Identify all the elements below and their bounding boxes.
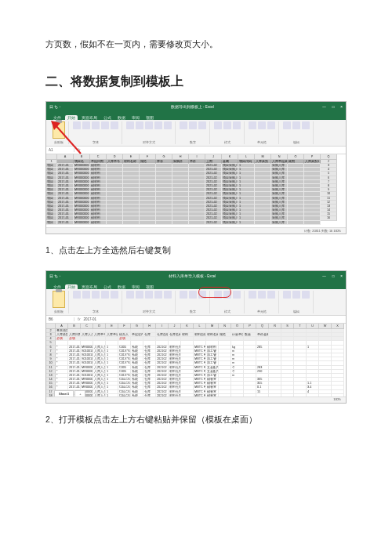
- ribbon-button-icon[interactable]: [302, 121, 310, 129]
- ribbon-button-icon[interactable]: [92, 121, 100, 129]
- column-header[interactable]: F: [118, 324, 131, 329]
- cell[interactable]: [172, 221, 189, 225]
- column-header[interactable]: B: [68, 324, 81, 329]
- ribbon-button-icon[interactable]: [198, 121, 206, 129]
- name-box[interactable]: B6: [46, 317, 74, 321]
- column-header[interactable]: F: [140, 154, 156, 160]
- ribbon-button-icon[interactable]: [164, 291, 172, 299]
- column-header[interactable]: D: [107, 154, 123, 160]
- column-header[interactable]: C: [90, 154, 107, 160]
- row-header[interactable]: 16: [321, 216, 337, 220]
- ribbon-button-icon[interactable]: [267, 121, 275, 129]
- ribbon-button-icon[interactable]: [283, 121, 291, 129]
- ribbon-button-icon[interactable]: [154, 121, 162, 129]
- ribbon-button-icon[interactable]: [214, 121, 222, 129]
- ribbon-button-icon[interactable]: [233, 291, 241, 299]
- ribbon-button-icon[interactable]: [189, 291, 197, 299]
- menu-tab[interactable]: 审阅: [129, 284, 142, 289]
- menu-tab[interactable]: 数据: [115, 115, 128, 120]
- name-box[interactable]: A1: [46, 148, 74, 152]
- paste-icon[interactable]: [53, 121, 65, 139]
- column-header[interactable]: H: [172, 154, 189, 160]
- ribbon-button-icon[interactable]: [92, 291, 100, 299]
- column-header[interactable]: T: [294, 324, 307, 329]
- ribbon-button-icon[interactable]: [267, 291, 275, 299]
- menu-tab[interactable]: 页面布局: [79, 115, 100, 120]
- column-header[interactable]: U: [307, 324, 319, 329]
- column-header[interactable]: E: [106, 324, 118, 329]
- ribbon-button-icon[interactable]: [111, 121, 118, 129]
- ribbon-button-icon[interactable]: [283, 291, 291, 299]
- menu-tab[interactable]: 文件: [51, 115, 64, 120]
- column-header[interactable]: J: [205, 154, 222, 160]
- fx-icon[interactable]: fx: [74, 148, 84, 152]
- column-header[interactable]: [46, 324, 56, 329]
- paste-icon[interactable]: [53, 291, 65, 308]
- ribbon-button-icon[interactable]: [136, 121, 143, 129]
- column-header[interactable]: A: [56, 324, 68, 329]
- ribbon-button-icon[interactable]: [136, 291, 143, 299]
- ribbon-button-icon[interactable]: [249, 291, 256, 299]
- menu-tab[interactable]: 视图: [143, 115, 156, 120]
- ribbon-button-icon[interactable]: [145, 121, 153, 129]
- cell[interactable]: 采购入库: [271, 221, 288, 225]
- sheet-tab[interactable]: Sheet1: [54, 390, 74, 396]
- ribbon-button-icon[interactable]: [223, 121, 231, 129]
- ribbon-button-icon[interactable]: [82, 121, 90, 129]
- cell[interactable]: [123, 221, 140, 225]
- ribbon-button-icon[interactable]: [145, 291, 153, 299]
- cell[interactable]: 辅材料: [90, 221, 107, 225]
- menu-tab[interactable]: 数据: [115, 284, 128, 289]
- column-header[interactable]: W: [319, 324, 332, 329]
- ribbon-button-icon[interactable]: [292, 121, 300, 129]
- cell[interactable]: 2017-01: [57, 221, 74, 225]
- cell[interactable]: [140, 221, 156, 225]
- ribbon-button-icon[interactable]: [198, 291, 206, 299]
- ribbon-button-icon[interactable]: [180, 121, 187, 129]
- column-header[interactable]: I: [189, 154, 205, 160]
- column-header[interactable]: E: [123, 154, 140, 160]
- menu-tab[interactable]: 公式: [101, 284, 114, 289]
- menu-tab[interactable]: 页面布局: [79, 284, 100, 289]
- menu-tab[interactable]: 公式: [101, 115, 114, 120]
- cell[interactable]: [304, 221, 321, 225]
- column-header[interactable]: K: [222, 154, 238, 160]
- column-header[interactable]: L: [194, 324, 206, 329]
- ribbon-button-icon[interactable]: [302, 291, 310, 299]
- cell[interactable]: [189, 221, 205, 225]
- cell[interactable]: [107, 221, 123, 225]
- menu-tab[interactable]: 审阅: [129, 115, 142, 120]
- column-header[interactable]: X: [332, 324, 344, 329]
- column-header[interactable]: C: [81, 324, 93, 329]
- ribbon-button-icon[interactable]: [223, 291, 231, 299]
- sheet-tab-add[interactable]: +: [74, 390, 85, 396]
- column-header[interactable]: P: [304, 154, 321, 160]
- column-header[interactable]: R: [269, 324, 281, 329]
- column-header[interactable]: N: [219, 324, 231, 329]
- cell[interactable]: 项目采购入库: [222, 221, 238, 225]
- ribbon-button-icon[interactable]: [126, 291, 134, 299]
- window-close-icon[interactable]: ×: [340, 274, 343, 278]
- column-header[interactable]: S: [281, 324, 294, 329]
- column-header[interactable]: H: [143, 324, 156, 329]
- menu-tab[interactable]: 视图: [143, 284, 156, 289]
- fx-icon[interactable]: fx: [74, 317, 84, 321]
- ribbon-button-icon[interactable]: [73, 121, 81, 129]
- ribbon-button-icon[interactable]: [73, 291, 81, 299]
- menu-tab[interactable]: 开始: [65, 284, 78, 289]
- column-header[interactable]: J: [169, 324, 181, 329]
- formula-input[interactable]: 2017-01: [84, 317, 97, 321]
- column-header[interactable]: I: [156, 324, 169, 329]
- ribbon-button-icon[interactable]: [164, 121, 172, 129]
- ribbon-button-icon[interactable]: [82, 291, 90, 299]
- column-header[interactable]: A: [57, 154, 74, 160]
- window-minimize-icon[interactable]: —: [322, 274, 326, 278]
- column-header[interactable]: O: [288, 154, 304, 160]
- cell[interactable]: [156, 221, 172, 225]
- ribbon-button-icon[interactable]: [249, 121, 256, 129]
- column-header[interactable]: M: [206, 324, 219, 329]
- ribbon-button-icon[interactable]: [101, 121, 109, 129]
- window-maximize-icon[interactable]: □: [332, 274, 335, 278]
- ribbon-button-icon[interactable]: [180, 291, 187, 299]
- window-maximize-icon[interactable]: □: [332, 105, 335, 109]
